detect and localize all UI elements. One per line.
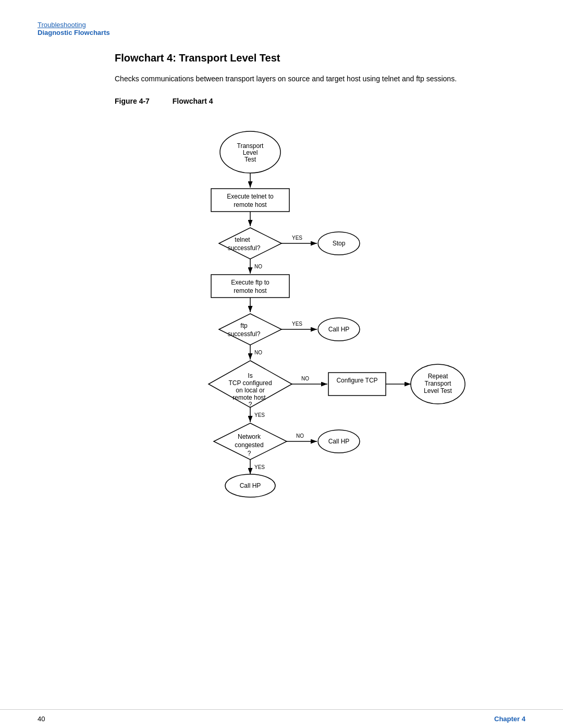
svg-text:successful?: successful? bbox=[228, 244, 261, 252]
svg-text:remote host: remote host bbox=[234, 287, 267, 294]
svg-text:Transport: Transport bbox=[425, 380, 452, 387]
breadcrumb-troubleshooting[interactable]: Troubleshooting bbox=[38, 21, 110, 29]
figure-number: Figure 4-7 bbox=[115, 97, 150, 105]
svg-text:Repeat: Repeat bbox=[428, 373, 448, 380]
svg-text:congested: congested bbox=[235, 441, 263, 449]
svg-text:YES: YES bbox=[292, 321, 302, 327]
figure-name: Flowchart 4 bbox=[173, 97, 213, 105]
svg-text:successful?: successful? bbox=[228, 330, 261, 338]
svg-text:Is: Is bbox=[248, 372, 252, 379]
svg-rect-40 bbox=[328, 373, 386, 396]
svg-text:Transport: Transport bbox=[237, 142, 264, 150]
svg-text:NO: NO bbox=[301, 376, 309, 381]
svg-marker-23 bbox=[219, 314, 282, 345]
svg-text:Call HP: Call HP bbox=[328, 326, 350, 333]
svg-text:Level: Level bbox=[243, 149, 258, 156]
breadcrumb: Troubleshooting Diagnostic Flowcharts bbox=[38, 21, 110, 36]
svg-text:NO: NO bbox=[296, 433, 304, 439]
svg-text:Execute telnet to: Execute telnet to bbox=[227, 193, 274, 200]
svg-text:NO: NO bbox=[254, 350, 262, 355]
svg-text:remote host: remote host bbox=[232, 394, 266, 401]
page-number: 40 bbox=[38, 715, 45, 723]
page-title: Flowchart 4: Transport Level Test bbox=[115, 52, 525, 64]
svg-text:YES: YES bbox=[254, 464, 265, 470]
svg-marker-10 bbox=[219, 228, 282, 259]
svg-text:Level Test: Level Test bbox=[424, 387, 452, 394]
breadcrumb-diagnostic[interactable]: Diagnostic Flowcharts bbox=[38, 29, 110, 36]
svg-text:Configure TCP: Configure TCP bbox=[336, 377, 377, 384]
svg-text:Call HP: Call HP bbox=[240, 482, 261, 489]
svg-text:?: ? bbox=[249, 401, 252, 408]
footer: 40 Chapter 4 bbox=[0, 709, 563, 728]
svg-text:Execute ftp to: Execute ftp to bbox=[231, 279, 270, 286]
svg-text:YES: YES bbox=[292, 235, 302, 241]
svg-text:YES: YES bbox=[254, 412, 265, 418]
svg-text:TCP configured: TCP configured bbox=[228, 379, 272, 387]
svg-text:ftp: ftp bbox=[240, 322, 248, 329]
svg-text:Stop: Stop bbox=[333, 240, 346, 247]
svg-text:Test: Test bbox=[244, 156, 256, 163]
svg-text:NO: NO bbox=[254, 264, 262, 269]
flowchart-description: Checks communications between transport … bbox=[115, 73, 469, 84]
chapter-label: Chapter 4 bbox=[494, 715, 525, 723]
flowchart-diagram: Transport Level Test Execute telnet to r… bbox=[115, 121, 525, 550]
figure-label: Figure 4-7 Flowchart 4 bbox=[115, 97, 525, 105]
svg-text:?: ? bbox=[248, 450, 251, 457]
svg-text:telnet: telnet bbox=[235, 236, 250, 243]
svg-text:Call HP: Call HP bbox=[328, 438, 350, 445]
svg-text:on local or: on local or bbox=[236, 387, 264, 394]
main-content: Flowchart 4: Transport Level Test Checks… bbox=[115, 52, 525, 550]
svg-text:remote host: remote host bbox=[234, 201, 267, 208]
svg-text:Network: Network bbox=[238, 433, 261, 440]
